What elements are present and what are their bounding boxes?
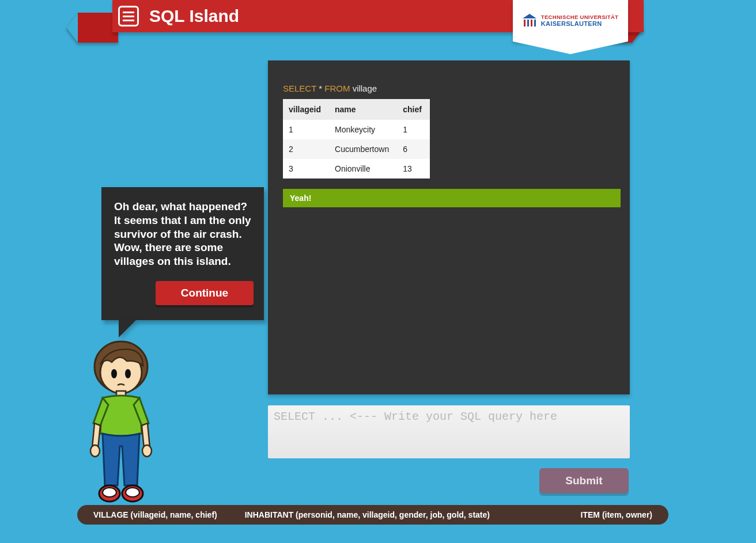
cell: Onionville <box>329 159 397 179</box>
cell: 1 <box>283 120 329 139</box>
table-row: 3 Onionville 13 <box>283 159 430 179</box>
character-avatar <box>85 337 160 504</box>
svg-point-2 <box>111 369 117 378</box>
col-chief: chief <box>397 99 430 120</box>
university-badge[interactable]: TECHNISCHE UNIVERSITÄT KAISERSLAUTERN <box>513 0 628 41</box>
university-line2: KAISERSLAUTERN <box>541 20 618 27</box>
sql-input[interactable] <box>268 405 630 458</box>
cell: 3 <box>283 159 329 179</box>
cell: 13 <box>397 159 430 179</box>
col-villageid: villageid <box>283 99 329 120</box>
success-message: Yeah! <box>283 189 621 207</box>
cell: 2 <box>283 139 329 159</box>
result-table: villageid name chief 1 Monkeycity 1 2 Cu… <box>283 99 430 179</box>
table-row: 1 Monkeycity 1 <box>283 120 430 139</box>
cell: Cucumbertown <box>329 139 397 159</box>
select-keyword: SELECT <box>283 83 316 93</box>
table-header-row: villageid name chief <box>283 99 430 120</box>
table-row: 2 Cucumbertown 6 <box>283 139 430 159</box>
cell: 6 <box>397 139 430 159</box>
col-name: name <box>329 99 397 120</box>
query-line: SELECT * FROM village <box>283 83 618 93</box>
select-star: * <box>319 83 322 93</box>
menu-icon[interactable] <box>118 6 139 26</box>
schema-bar: VILLAGE (villageid, name, chief) INHABIT… <box>77 505 668 525</box>
table-name: village <box>353 83 377 93</box>
svg-point-8 <box>103 488 116 497</box>
cell: 1 <box>397 120 430 139</box>
university-logo-icon <box>523 14 536 28</box>
schema-village: VILLAGE (villageid, name, chief) <box>93 510 217 519</box>
speech-box: Oh dear, what happened? It seems that I … <box>101 187 264 320</box>
from-keyword: FROM <box>324 83 350 93</box>
svg-point-5 <box>90 445 100 457</box>
schema-inhabitant: INHABITANT (personid, name, villageid, g… <box>245 510 490 519</box>
schema-item: ITEM (item, owner) <box>581 510 652 519</box>
cell: Monkeycity <box>329 120 397 139</box>
submit-button[interactable]: Submit <box>539 468 629 493</box>
university-text: TECHNISCHE UNIVERSITÄT KAISERSLAUTERN <box>541 14 618 28</box>
university-line1: TECHNISCHE UNIVERSITÄT <box>541 14 618 20</box>
header-banner: SQL Island TECHNISCHE UNIVERSITÄT KAISER… <box>0 0 756 52</box>
app-title: SQL Island <box>149 6 239 26</box>
svg-point-10 <box>126 488 139 497</box>
svg-point-3 <box>125 369 131 378</box>
continue-button[interactable]: Continue <box>156 281 254 305</box>
result-panel: SELECT * FROM village villageid name chi… <box>268 60 630 394</box>
speech-text: Oh dear, what happened? It seems that I … <box>114 200 251 268</box>
svg-point-6 <box>142 445 152 457</box>
